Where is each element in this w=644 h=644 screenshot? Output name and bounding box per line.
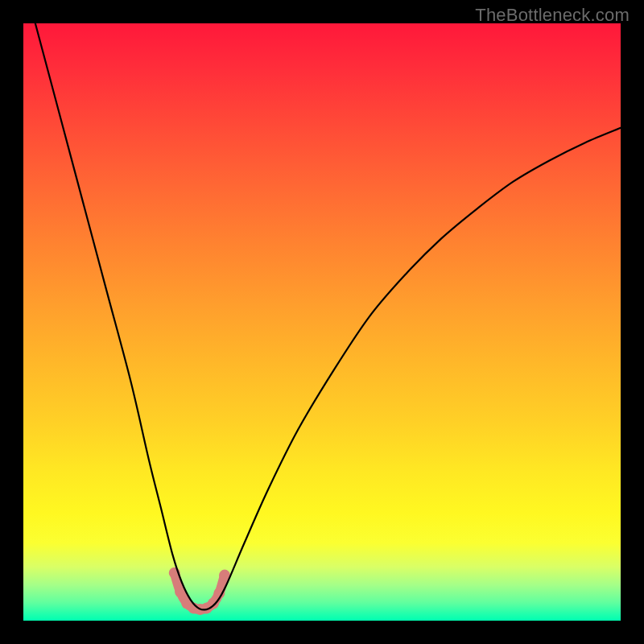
plot-area [23, 23, 621, 621]
marker-dot [208, 597, 219, 609]
bottleneck-curve [35, 23, 621, 609]
watermark-text: TheBottleneck.com [475, 5, 630, 26]
curve-layer [23, 23, 621, 621]
chart-container: TheBottleneck.com [0, 0, 644, 644]
